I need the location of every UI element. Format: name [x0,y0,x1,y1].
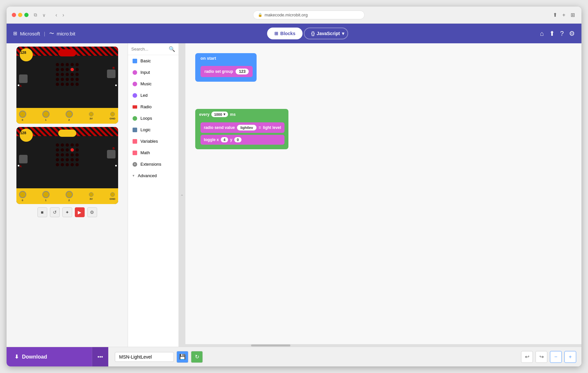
more-dots-icon: ••• [97,354,103,360]
interval-value: 1000 [214,113,222,116]
toolbox-item-variables[interactable]: Variables [128,135,178,147]
sim-stop-btn[interactable]: ■ [37,207,47,217]
toolbox-item-logic[interactable]: Logic [128,124,178,135]
toolbox-item-basic[interactable]: Basic [128,55,178,67]
every-header[interactable]: every 1000 ▾ ms [195,109,288,120]
every-label: every [199,112,209,117]
sim2-button-b[interactable] [107,150,116,158]
toolbox-item-led[interactable]: Led [128,90,178,101]
sim2-count-display: 128 [20,131,26,135]
toolbox-item-extensions[interactable]: + Extensions [128,158,178,170]
tab-javascript[interactable]: {} JavaScript ▾ [304,28,348,39]
sim-power-button[interactable] [58,49,76,56]
toolbox-item-music[interactable]: Music [128,78,178,90]
sim-restart-btn[interactable]: ↺ [50,207,60,217]
back-btn[interactable]: ‹ [53,11,59,19]
sim-config-btn[interactable]: ⚙ [87,207,97,217]
radio-set-group-block[interactable]: radio set group 123 [200,66,253,77]
sim2-button-a[interactable] [19,155,28,163]
bookmark-btn[interactable]: + [561,10,567,19]
toolbox-collapse-handle[interactable]: ‹ [179,43,185,347]
sim-button-a[interactable] [19,74,28,83]
scrollbar-thumb[interactable] [251,344,290,346]
sim2-b-label: B [113,147,115,150]
loops-icon [133,116,137,121]
search-input[interactable] [131,47,167,52]
sim2-dot-right [115,165,117,166]
y-value-pill[interactable]: 0 [234,137,242,142]
math-label: Math [140,150,150,155]
led-label: Led [140,93,148,98]
microbit-simulator-top: 128 B A [16,47,118,124]
grid-btn[interactable]: ⊞ [569,10,576,19]
light-level-label: light level [263,125,281,130]
interval-dropdown[interactable]: 1000 ▾ [211,112,228,117]
input-label: Input [140,70,150,75]
dropdown-arrow-small: ▾ [223,112,225,116]
save-project-btn[interactable]: 💾 [177,351,188,363]
toolbox-item-advanced[interactable]: ▾ Advanced [128,170,178,181]
zoom-in-btn[interactable]: + [564,351,576,363]
share-page-btn[interactable]: ⬆ [552,10,558,19]
input-icon [133,70,137,75]
name-value-pill[interactable]: lightlev [237,125,257,131]
help-btn[interactable]: ? [560,30,564,37]
toolbox-item-radio[interactable]: Radio [128,101,178,113]
toggle-block[interactable]: toggle x 4 y 0 [200,135,284,145]
home-btn[interactable]: ⌂ [540,30,544,37]
address-bar-container: 🔒 makecode.microbit.org [70,10,548,19]
fullscreen-light[interactable] [24,13,29,17]
sim2-dot-left [18,165,19,166]
sim-dot-left [18,84,19,86]
sim2-power-button[interactable] [58,130,76,137]
microsoft-logo: ⊞ [13,31,17,36]
on-start-body: radio set group 123 [195,63,257,82]
sim-play-btn[interactable]: ▶ [75,207,85,217]
variables-label: Variables [140,139,158,144]
sim-button-b[interactable] [107,70,116,78]
workspace-scrollbar-h[interactable] [185,344,581,347]
sim-settings-btn[interactable]: ✦ [62,207,72,217]
sim-pin-bar: 0 1 2 3V GND [16,108,118,124]
zoom-out-btn[interactable]: − [550,351,562,363]
address-bar[interactable]: 🔒 makecode.microbit.org [253,10,365,19]
github-btn[interactable]: ↻ [191,351,203,363]
ms-label: ms [230,112,236,117]
group-value-pill[interactable]: 123 [236,69,249,74]
redo-btn[interactable]: ↪ [536,351,547,363]
close-light[interactable] [12,13,16,17]
browser-actions: ⬆ + ⊞ [552,10,576,19]
extensions-label: Extensions [140,162,161,167]
led-icon [133,93,137,98]
radio-send-value-block[interactable]: radio send value lightlev = light level [200,122,284,133]
microbit-simulator-bottom: 128 B A [16,127,118,204]
toolbox-item-math[interactable]: Math [128,147,178,158]
on-start-header[interactable]: on start [195,53,257,63]
simulator-panel: 128 B A [7,43,128,347]
y-label: y [230,137,232,142]
x-value-pill[interactable]: 4 [221,137,228,142]
toolbox-item-loops[interactable]: Loops [128,113,178,124]
on-start-block-container: on start radio set group 123 [195,53,257,82]
url-text: makecode.microbit.org [264,12,308,17]
forward-btn[interactable]: › [60,11,66,19]
sim-dot-right [115,84,117,86]
music-label: Music [140,81,152,86]
tab-blocks[interactable]: ⊞ Blocks [267,28,303,39]
window-toggle-btn[interactable]: ∨ [40,11,48,18]
blocks-icon: ⊞ [274,31,278,36]
download-more-button[interactable]: ••• [92,347,108,367]
share-btn[interactable]: ⬆ [549,30,555,37]
every-body: radio send value lightlev = light level … [195,120,288,149]
window-tile-btn[interactable]: ⧉ [32,11,39,18]
sim-led-matrix [56,63,79,86]
minimize-light[interactable] [18,13,22,17]
undo-btn[interactable]: ↩ [521,351,533,363]
toggle-label: toggle x [204,137,219,142]
js-icon: {} [311,31,315,36]
project-name-input[interactable] [115,352,174,362]
toolbox-item-input[interactable]: Input [128,67,178,78]
settings-btn[interactable]: ⚙ [569,30,575,37]
sim2-pin-bar: 0 1 2 3V GND [16,188,118,204]
download-button[interactable]: ⬇ Download [7,347,92,367]
